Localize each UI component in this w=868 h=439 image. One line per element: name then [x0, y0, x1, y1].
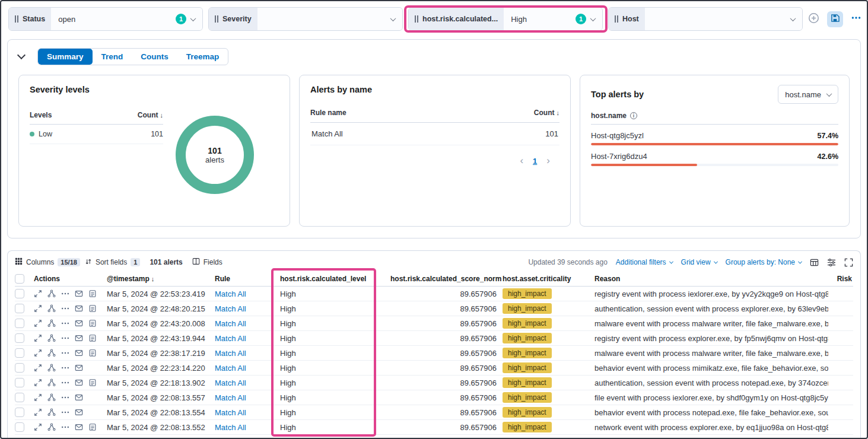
analyze-event-icon[interactable]	[47, 349, 56, 357]
row-checkbox[interactable]	[15, 304, 24, 313]
session-view-icon[interactable]	[75, 334, 83, 342]
session-view-icon[interactable]	[75, 304, 83, 313]
expand-alert-icon[interactable]	[34, 408, 42, 416]
visual-analyzer-icon[interactable]	[88, 334, 97, 342]
sort-fields-button[interactable]: Sort fields 1	[85, 258, 140, 267]
expand-alert-icon[interactable]	[34, 304, 42, 313]
analyze-event-icon[interactable]	[47, 334, 56, 342]
header-risk-score[interactable]: host.risk.calculated_score_norm	[390, 275, 503, 283]
session-view-icon[interactable]	[75, 423, 83, 431]
more-actions-icon[interactable]	[61, 423, 69, 431]
analyze-event-icon[interactable]	[47, 290, 56, 298]
more-actions-icon[interactable]	[61, 408, 69, 416]
filter-host-risk[interactable]: host.risk.calculated... High 1	[408, 7, 603, 31]
row-checkbox[interactable]	[15, 378, 24, 387]
more-actions-icon[interactable]	[61, 319, 69, 327]
visual-analyzer-icon[interactable]	[88, 378, 97, 387]
session-view-icon[interactable]	[75, 408, 83, 416]
expand-alert-icon[interactable]	[34, 349, 42, 357]
session-view-icon[interactable]	[75, 349, 83, 357]
grid-view-button[interactable]: Grid view	[681, 258, 717, 266]
rule-link[interactable]: Match All	[215, 364, 246, 373]
row-checkbox[interactable]	[15, 348, 24, 358]
expand-alert-icon[interactable]	[34, 319, 42, 327]
row-checkbox[interactable]	[15, 319, 24, 328]
analyze-event-icon[interactable]	[47, 319, 56, 327]
rule-link[interactable]: Match All	[215, 334, 246, 343]
header-timestamp[interactable]: @timestamp↓	[107, 275, 215, 283]
tab-treemap[interactable]: Treemap	[177, 49, 228, 65]
expand-alert-icon[interactable]	[34, 334, 42, 342]
more-actions-icon[interactable]	[61, 334, 69, 342]
top-alerts-field-select[interactable]: host.name	[778, 85, 838, 104]
drag-handle-icon[interactable]	[215, 15, 218, 23]
rule-link[interactable]: Match All	[215, 290, 246, 298]
filter-status[interactable]: Status open 1	[8, 7, 203, 31]
header-reason[interactable]: Reason	[594, 275, 828, 283]
analyze-event-icon[interactable]	[47, 408, 56, 416]
session-view-icon[interactable]	[75, 290, 83, 298]
session-view-icon[interactable]	[75, 378, 83, 387]
more-actions-icon[interactable]	[61, 364, 69, 372]
previous-page-icon[interactable]: ‹	[520, 155, 523, 167]
more-actions-icon[interactable]	[61, 290, 69, 298]
group-alerts-by-button[interactable]: Group alerts by: None	[726, 258, 802, 266]
header-risk-level[interactable]: host.risk.calculated_level	[280, 275, 390, 283]
rule-link[interactable]: Match All	[215, 304, 246, 313]
collapse-chevron-icon[interactable]	[17, 51, 26, 59]
expand-alert-icon[interactable]	[34, 290, 42, 298]
tab-trend[interactable]: Trend	[93, 49, 132, 65]
tab-counts[interactable]: Counts	[132, 49, 177, 65]
expand-alert-icon[interactable]	[34, 378, 42, 387]
next-page-icon[interactable]: ›	[546, 155, 550, 167]
row-checkbox[interactable]	[15, 422, 24, 432]
bulk-actions-button[interactable]	[810, 258, 819, 267]
header-criticality[interactable]: host.asset.criticality	[503, 275, 594, 283]
more-actions-icon[interactable]	[61, 304, 69, 313]
add-control-button[interactable]	[808, 12, 819, 26]
drag-handle-icon[interactable]	[415, 15, 418, 23]
filter-status-value-area[interactable]: open 1	[51, 8, 202, 30]
tab-summary[interactable]: Summary	[38, 49, 93, 65]
rule-link[interactable]: Match All	[215, 349, 246, 358]
fullscreen-button[interactable]	[844, 258, 853, 267]
visual-analyzer-icon[interactable]	[88, 304, 97, 313]
session-view-icon[interactable]	[75, 393, 83, 402]
row-checkbox[interactable]	[15, 408, 24, 417]
columns-button[interactable]: Columns 15/18	[15, 257, 80, 267]
rule-link[interactable]: Match All	[215, 393, 246, 402]
header-rule[interactable]: Rule	[215, 275, 280, 283]
more-actions-icon[interactable]	[61, 349, 69, 357]
inspect-controls-button[interactable]	[827, 258, 836, 267]
header-risk[interactable]: Risk	[828, 275, 853, 283]
more-actions-icon[interactable]	[61, 378, 69, 387]
filter-host-value-area[interactable]	[645, 8, 802, 30]
row-checkbox[interactable]	[15, 363, 24, 373]
analyze-event-icon[interactable]	[47, 378, 56, 387]
rule-link[interactable]: Match All	[215, 378, 246, 387]
filter-host[interactable]: Host	[608, 7, 803, 31]
session-view-icon[interactable]	[75, 319, 83, 327]
save-controls-button[interactable]	[827, 11, 843, 27]
analyze-event-icon[interactable]	[47, 364, 56, 372]
additional-filters-button[interactable]: Additional filters	[616, 258, 673, 266]
info-icon[interactable]: i	[630, 112, 637, 119]
expand-alert-icon[interactable]	[34, 393, 42, 402]
rule-link[interactable]: Match All	[215, 319, 246, 328]
row-checkbox[interactable]	[15, 289, 24, 298]
rule-link[interactable]: Match All	[215, 408, 246, 417]
visual-analyzer-icon[interactable]	[88, 423, 97, 431]
row-checkbox[interactable]	[15, 333, 24, 343]
column-header-count[interactable]: Count↓	[138, 111, 163, 119]
filter-settings-button[interactable]	[851, 12, 861, 26]
filter-severity[interactable]: Severity	[208, 7, 403, 31]
rule-link[interactable]: Match All	[215, 423, 246, 432]
drag-handle-icon[interactable]	[15, 15, 18, 23]
visual-analyzer-icon[interactable]	[88, 290, 97, 298]
filter-severity-value-area[interactable]	[257, 8, 402, 30]
select-all-checkbox[interactable]	[15, 274, 24, 284]
analyze-event-icon[interactable]	[47, 393, 56, 402]
more-actions-icon[interactable]	[61, 393, 69, 402]
fields-button[interactable]: Fields	[192, 257, 222, 267]
drag-handle-icon[interactable]	[615, 15, 618, 23]
